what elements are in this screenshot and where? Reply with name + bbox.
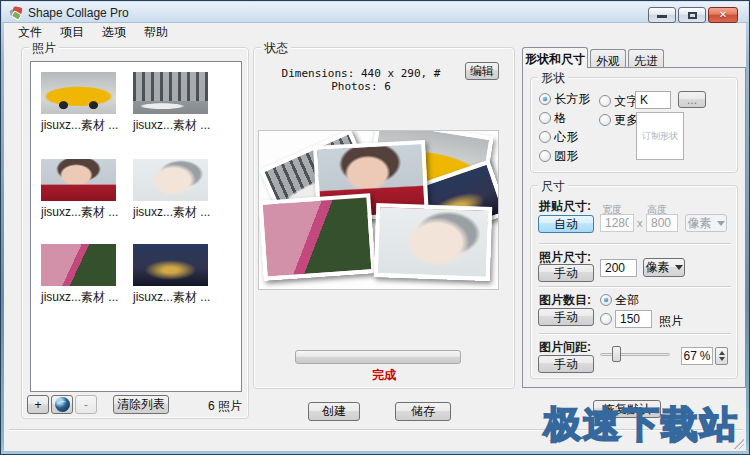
- photo-caption: jisuxz...素材 ...: [41, 289, 118, 306]
- photo-caption: jisuxz...素材 ...: [133, 289, 210, 306]
- spacing-slider-track[interactable]: [600, 353, 670, 356]
- photo-thumbnail-portrait[interactable]: [133, 159, 208, 201]
- site-watermark: 极速下载站: [544, 400, 739, 450]
- photo-thumbnail-castle[interactable]: [133, 244, 208, 286]
- menu-bar: 文件 项目 选项 帮助: [4, 23, 746, 42]
- collage-height-input: [646, 214, 678, 232]
- photo-caption: jisuxz...素材 ...: [41, 204, 118, 221]
- window-title: Shape Collage Pro: [28, 6, 129, 20]
- maximize-button[interactable]: [678, 7, 706, 23]
- photos-group-title: 照片: [29, 40, 59, 57]
- collage-preview[interactable]: [258, 130, 499, 290]
- photo-caption: jisuxz...素材 ...: [41, 117, 118, 134]
- spacing-manual-button[interactable]: 手动: [538, 355, 594, 373]
- radio-more[interactable]: [599, 114, 611, 126]
- size-group-title: 尺寸: [538, 178, 568, 195]
- create-button[interactable]: 创建: [308, 402, 360, 421]
- radio-grid[interactable]: [539, 112, 551, 124]
- photo-size-unit-dropdown[interactable]: 像素: [643, 258, 685, 277]
- dropdown-arrow-icon: [675, 265, 683, 270]
- radio-circle[interactable]: [539, 150, 551, 162]
- minimize-button[interactable]: [648, 7, 676, 23]
- shape-option-heart[interactable]: 心形: [539, 129, 578, 146]
- photo-count-unit-label: 照片: [659, 313, 683, 330]
- photo-list[interactable]: jisuxz...素材 ... jisuxz...素材 ... jisuxz..…: [30, 61, 242, 392]
- browse-shape-button[interactable]: ...: [678, 91, 706, 108]
- photo-thumbnail-red-dress[interactable]: [41, 159, 116, 201]
- radio-all-photos[interactable]: [600, 294, 612, 306]
- photo-count-text: 6 照片: [172, 398, 242, 415]
- menu-help[interactable]: 帮助: [135, 22, 177, 43]
- add-photo-button[interactable]: +: [27, 395, 49, 414]
- minimize-icon: [657, 15, 667, 18]
- photo-count-input[interactable]: [615, 310, 652, 328]
- shape-option-text[interactable]: 文字: [599, 93, 638, 110]
- collage-size-auto-button[interactable]: 自动: [538, 215, 594, 233]
- photo-size-input[interactable]: [600, 259, 637, 277]
- photos-groupbox: 照片 jisuxz...素材 ... jisuxz...素材 ... jisux…: [21, 47, 249, 419]
- spinner-up-icon[interactable]: [719, 351, 725, 355]
- globe-icon: [55, 397, 70, 412]
- close-button[interactable]: ✕: [708, 7, 738, 23]
- done-status-text: 完成: [253, 367, 515, 384]
- times-label: x: [637, 217, 643, 229]
- radio-heart[interactable]: [539, 131, 551, 143]
- radio-rectangle[interactable]: [539, 93, 551, 105]
- edit-button[interactable]: 编辑: [465, 62, 499, 80]
- shape-group-title: 形状: [538, 70, 568, 87]
- spacing-value-field[interactable]: 67%: [681, 347, 713, 365]
- radio-text[interactable]: [599, 95, 611, 107]
- collage-photo-flowers: [258, 193, 375, 281]
- custom-shape-box[interactable]: 订制形状: [636, 112, 684, 160]
- shape-groupbox: 形状 长方形 格 心形 圆形 文字 ... 更多 订制形状: [530, 77, 738, 173]
- shape-option-grid[interactable]: 格: [539, 110, 566, 127]
- spacing-spinner[interactable]: [715, 347, 728, 365]
- remove-photo-button[interactable]: -: [75, 395, 97, 414]
- photo-count-label: 图片数目:: [539, 292, 591, 309]
- spinner-down-icon[interactable]: [719, 357, 725, 361]
- photo-caption: jisuxz...素材 ...: [133, 117, 210, 134]
- collage-width-input: [600, 214, 634, 232]
- close-icon: ✕: [709, 9, 737, 20]
- collage-photo-portrait: [374, 203, 493, 281]
- collage-unit-dropdown: 像素: [685, 214, 727, 232]
- title-bar: Shape Collage Pro ✕: [2, 2, 748, 23]
- dropdown-arrow-icon: [717, 221, 725, 226]
- tab-advanced[interactable]: 先进: [628, 49, 664, 68]
- radio-photo-count[interactable]: [600, 313, 612, 325]
- progress-bar: [295, 350, 461, 364]
- shape-option-more[interactable]: 更多: [599, 112, 638, 129]
- photo-thumbnail-flowers[interactable]: [41, 244, 116, 286]
- shape-option-rectangle[interactable]: 长方形: [539, 91, 590, 108]
- size-groupbox: 尺寸 拼贴尺寸: 自动 宽度 高度 x 像素 照片尺寸: 手动 像素 图片数目:…: [530, 185, 738, 379]
- maximize-icon: [688, 12, 697, 19]
- shape-option-circle[interactable]: 圆形: [539, 148, 578, 165]
- photo-caption: jisuxz...素材 ...: [133, 204, 210, 221]
- collage-dimensions-text: Dimensions: 440 x 290, # Photos: 6: [263, 67, 459, 93]
- photo-spacing-label: 图片间距:: [539, 339, 591, 356]
- photo-thumbnail-white-car[interactable]: [133, 72, 208, 114]
- tab-appearance[interactable]: 外观: [590, 49, 626, 68]
- photo-thumbnail-yellow-suv[interactable]: [41, 72, 116, 114]
- add-from-web-button[interactable]: [51, 395, 73, 414]
- photo-size-manual-button[interactable]: 手动: [538, 264, 594, 282]
- photo-count-all-option[interactable]: 全部: [600, 292, 639, 309]
- photo-count-manual-button[interactable]: 手动: [538, 308, 594, 326]
- save-button[interactable]: 储存: [395, 402, 451, 421]
- clear-list-button[interactable]: 清除列表: [113, 395, 169, 414]
- app-window: Shape Collage Pro ✕ 文件 项目 选项 帮助 照片 jisux…: [0, 0, 750, 455]
- app-icon: [9, 6, 23, 20]
- shape-text-input[interactable]: [635, 91, 671, 109]
- status-group-title: 状态: [261, 40, 291, 57]
- menu-options[interactable]: 选项: [93, 22, 135, 43]
- spacing-slider-handle[interactable]: [612, 346, 621, 362]
- collage-size-label: 拼贴尺寸:: [539, 198, 591, 215]
- tab-shape-and-size[interactable]: 形状和尺寸: [522, 47, 588, 68]
